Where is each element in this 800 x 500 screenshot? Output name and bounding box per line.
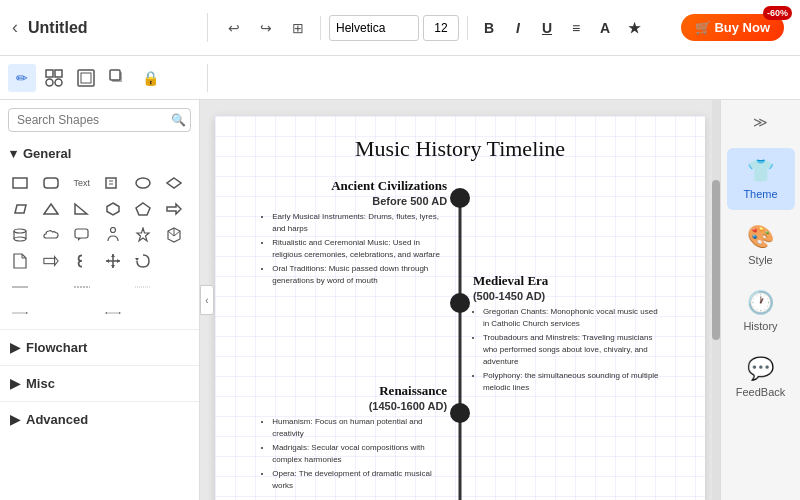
panel-item-history[interactable]: 🕐 History bbox=[727, 280, 795, 342]
strikethrough-button[interactable]: ≡ bbox=[563, 15, 589, 41]
toolbar2-left: ✏ 🔒 bbox=[8, 64, 208, 92]
shape-curly[interactable] bbox=[70, 249, 94, 273]
frame-tool[interactable] bbox=[72, 64, 100, 92]
text-color-button[interactable]: A bbox=[592, 15, 618, 41]
panel-theme-label: Theme bbox=[743, 188, 777, 200]
undo-button[interactable]: ↩ bbox=[220, 14, 248, 42]
shape-ellipse[interactable] bbox=[131, 171, 155, 195]
timeline-container: Ancient Civilizations Before 500 AD Earl… bbox=[245, 178, 675, 500]
buy-now-label: 🛒 Buy Now bbox=[695, 20, 770, 35]
svg-marker-50 bbox=[105, 312, 107, 314]
svg-rect-8 bbox=[13, 178, 27, 188]
shape-arrow-process[interactable] bbox=[39, 249, 63, 273]
shape-star[interactable] bbox=[131, 223, 155, 247]
sidebar: 🔍 ▾ General Text bbox=[0, 100, 200, 500]
search-input[interactable] bbox=[17, 113, 167, 127]
category-misc[interactable]: ▶ Misc bbox=[0, 370, 199, 397]
history-icon: 🕐 bbox=[747, 290, 774, 316]
discount-badge: -60% bbox=[763, 6, 792, 20]
bullet-item: Madrigals: Secular vocal compositions wi… bbox=[272, 442, 447, 466]
shape-pentagon[interactable] bbox=[131, 197, 155, 221]
buy-now-button[interactable]: 🛒 Buy Now -60% bbox=[681, 14, 784, 41]
panel-style-label: Style bbox=[748, 254, 772, 266]
canvas-area[interactable]: ‹ Music History Timeline Ancient Civiliz… bbox=[200, 100, 720, 500]
era-medieval-title: Medieval Era bbox=[473, 273, 662, 290]
shapes-tool[interactable] bbox=[40, 64, 68, 92]
shape-hexagon[interactable] bbox=[101, 197, 125, 221]
svg-rect-35 bbox=[44, 258, 55, 263]
svg-marker-51 bbox=[119, 312, 121, 314]
bullet-item: Humanism: Focus on human potential and c… bbox=[272, 416, 447, 440]
underline-button[interactable]: U bbox=[534, 15, 560, 41]
panel-item-style[interactable]: 🎨 Style bbox=[727, 214, 795, 276]
svg-line-31 bbox=[168, 231, 174, 236]
shape-rounded-rect[interactable] bbox=[39, 171, 63, 195]
shape-diamond[interactable] bbox=[162, 171, 186, 195]
shape-arrows[interactable] bbox=[101, 249, 125, 273]
sidebar-section-advanced: ▶ Advanced bbox=[0, 401, 199, 437]
shape-parallelogram[interactable] bbox=[8, 197, 32, 221]
scrollbar[interactable] bbox=[712, 100, 720, 500]
category-advanced-arrow: ▶ bbox=[10, 412, 20, 427]
shape-rotate-arrows[interactable] bbox=[131, 249, 155, 273]
shape-note[interactable] bbox=[101, 171, 125, 195]
svg-marker-36 bbox=[54, 257, 58, 266]
panel-expand-button[interactable]: ≫ bbox=[743, 108, 779, 136]
category-advanced[interactable]: ▶ Advanced bbox=[0, 406, 199, 433]
shape-person[interactable] bbox=[101, 223, 125, 247]
font-size-input[interactable] bbox=[423, 15, 459, 41]
lock-tool[interactable]: 🔒 bbox=[136, 64, 164, 92]
redo-button[interactable]: ↪ bbox=[252, 14, 280, 42]
timeline-dot-0 bbox=[450, 188, 470, 208]
bullet-item: Polyphony: the simultaneous sounding of … bbox=[483, 370, 662, 394]
search-icon: 🔍 bbox=[171, 113, 186, 127]
shape-cloud[interactable] bbox=[39, 223, 63, 247]
shape-right-triangle[interactable] bbox=[70, 197, 94, 221]
category-flowchart[interactable]: ▶ Flowchart bbox=[0, 334, 199, 361]
shape-arrow-line[interactable] bbox=[8, 301, 32, 325]
shape-dashed[interactable] bbox=[70, 275, 94, 299]
collapse-sidebar-button[interactable]: ‹ bbox=[200, 285, 214, 315]
shape-cylinder[interactable] bbox=[8, 223, 32, 247]
italic-button[interactable]: I bbox=[505, 15, 531, 41]
panel-item-theme[interactable]: 👕 Theme bbox=[727, 148, 795, 210]
shape-double-arrow[interactable] bbox=[101, 301, 125, 325]
back-button[interactable]: ‹ bbox=[8, 13, 22, 42]
svg-marker-40 bbox=[111, 265, 115, 268]
svg-marker-20 bbox=[167, 204, 181, 214]
pencil-tool[interactable]: ✏ bbox=[8, 64, 36, 92]
font-selector[interactable] bbox=[329, 15, 419, 41]
scroll-thumb[interactable] bbox=[712, 180, 720, 340]
table-button[interactable]: ⊞ bbox=[284, 14, 312, 42]
category-general-label: General bbox=[23, 146, 71, 161]
bullet-item: Oral Traditions: Music passed down throu… bbox=[272, 263, 447, 287]
highlight-button[interactable]: ★ bbox=[621, 15, 647, 41]
bold-button[interactable]: B bbox=[476, 15, 502, 41]
shadow-tool[interactable] bbox=[104, 64, 132, 92]
sidebar-section-misc: ▶ Misc bbox=[0, 365, 199, 401]
shape-doc[interactable] bbox=[8, 249, 32, 273]
panel-item-feedback[interactable]: 💬 FeedBack bbox=[727, 346, 795, 408]
bullet-item: Ritualistic and Ceremonial Music: Used i… bbox=[272, 237, 447, 261]
shape-triangle[interactable] bbox=[39, 197, 63, 221]
svg-marker-17 bbox=[75, 204, 87, 214]
theme-icon: 👕 bbox=[747, 158, 774, 184]
category-general[interactable]: ▾ General bbox=[0, 140, 199, 167]
era-medieval-bullets: Gregorian Chants: Monophonic vocal music… bbox=[473, 306, 662, 394]
shape-rectangle[interactable] bbox=[8, 171, 32, 195]
shape-text[interactable]: Text bbox=[70, 171, 94, 195]
svg-marker-19 bbox=[136, 203, 150, 215]
bullet-item: Gregorian Chants: Monophonic vocal music… bbox=[483, 306, 662, 330]
shape-dotted[interactable] bbox=[131, 275, 155, 299]
svg-point-2 bbox=[46, 79, 53, 86]
era-renaissance-bullets: Humanism: Focus on human potential and c… bbox=[262, 416, 447, 492]
category-flowchart-arrow: ▶ bbox=[10, 340, 20, 355]
shape-speech-bubble[interactable] bbox=[70, 223, 94, 247]
shape-arrow-right[interactable] bbox=[162, 197, 186, 221]
search-box[interactable]: 🔍 bbox=[8, 108, 191, 132]
svg-marker-43 bbox=[135, 258, 139, 261]
shape-cube[interactable] bbox=[162, 223, 186, 247]
shape-line[interactable] bbox=[8, 275, 32, 299]
canvas-content: Music History Timeline Ancient Civilizat… bbox=[215, 116, 705, 500]
era-medieval-period: (500-1450 AD) bbox=[473, 290, 662, 302]
